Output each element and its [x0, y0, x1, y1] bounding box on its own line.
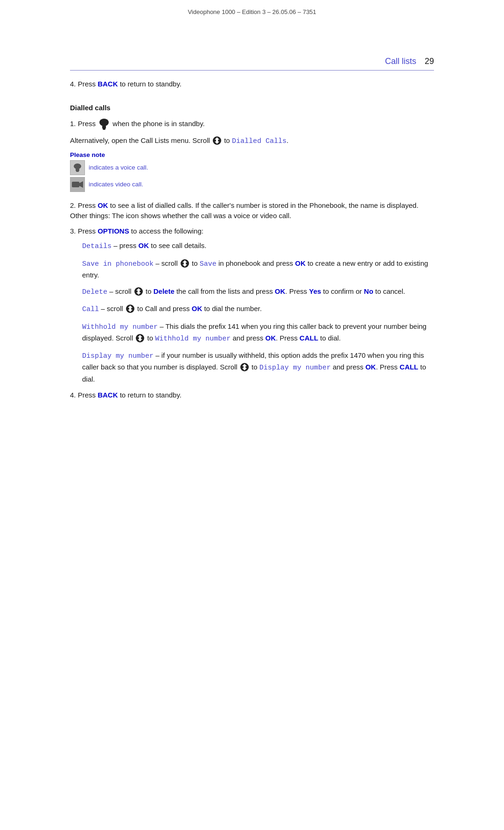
option-delete: Delete – scroll to Delete the call from … — [82, 286, 434, 298]
step-2: 2. Press OK to see a list of dialled cal… — [70, 200, 434, 221]
back-keyword-bottom: BACK — [98, 391, 118, 399]
step-3-content: 3. Press OPTIONS to access the following… — [70, 226, 434, 237]
ok-withhold: OK — [266, 334, 276, 342]
option-details: Details – press OK to see call details. — [82, 240, 434, 252]
back-keyword-top: BACK — [98, 80, 118, 88]
step-2-content: 2. Press OK to see a list of dialled cal… — [70, 200, 434, 221]
step-2-text: 2. Press OK to see a list of dialled cal… — [70, 201, 419, 220]
step-4-top-text: 4. Press BACK to return to standby. — [70, 80, 182, 88]
step-1-text: 1. Press when the phone is in standby. — [70, 120, 205, 128]
ok-keyword-1: OK — [98, 201, 108, 209]
option-display: Display my number – if your number is us… — [82, 350, 434, 384]
step-4-top: 4. Press BACK to return to standby. — [70, 79, 434, 90]
step-4-bottom: 4. Press BACK to return to standby. — [70, 390, 434, 401]
display-mono: Display my number — [82, 352, 154, 360]
video-call-icon — [70, 177, 85, 192]
scroll-icon-display — [239, 362, 250, 372]
ok-call: OK — [192, 305, 203, 312]
save-phonebook-mono: Save in phonebook — [82, 260, 154, 268]
options-keyword: OPTIONS — [98, 227, 129, 235]
scroll-icon-1 — [212, 135, 222, 146]
dialled-calls-mono: Dialled Calls — [232, 137, 287, 145]
svg-rect-10 — [72, 182, 79, 187]
note-video-row: indicates video call. — [70, 177, 434, 192]
svg-point-15 — [183, 262, 186, 264]
page-header: Videophone 1000 – Edition 3 – 26.05.06 –… — [70, 8, 434, 19]
option-call: Call – scroll to Call and press OK to di… — [82, 303, 434, 315]
withhold-mono-2: Withhold my number — [155, 335, 231, 343]
svg-point-31 — [243, 366, 245, 369]
scroll-icon-call — [125, 304, 135, 314]
scroll-icon-save — [180, 258, 190, 269]
option-withhold: Withhold my number – This dials the pref… — [82, 321, 434, 345]
section-header: Call lists 29 — [70, 57, 434, 71]
content-area: 4. Press BACK to return to standby. Dial… — [70, 79, 434, 400]
dialled-calls-title: Dialled calls — [70, 104, 111, 112]
header-text: Videophone 1000 – Edition 3 – 26.05.06 –… — [188, 8, 316, 15]
section-title: Call lists — [385, 57, 416, 66]
svg-rect-9 — [76, 170, 79, 172]
note-voice-row: indicates a voice call. — [70, 160, 434, 175]
voice-call-text: indicates a voice call. — [89, 164, 148, 171]
step-4-bottom-text: 4. Press BACK to return to standby. — [70, 391, 182, 399]
ok-details: OK — [139, 241, 149, 249]
details-mono: Details — [82, 242, 112, 250]
step-4-bottom-content: 4. Press BACK to return to standby. — [70, 390, 434, 401]
delete-mono: Delete — [82, 288, 107, 296]
svg-point-27 — [139, 337, 141, 339]
svg-point-0 — [99, 119, 109, 126]
withhold-mono: Withhold my number — [82, 323, 158, 331]
scroll-icon-delete — [133, 286, 144, 297]
save-mono: Save — [200, 260, 217, 268]
ok-delete: OK — [275, 287, 286, 295]
call-withhold: CALL — [300, 334, 318, 342]
no-keyword: No — [364, 287, 373, 295]
call-display: CALL — [399, 363, 418, 371]
display-mono-2: Display my number — [259, 364, 331, 372]
step-3: 3. Press OPTIONS to access the following… — [70, 226, 434, 237]
video-call-text: indicates video call. — [89, 181, 143, 188]
svg-point-6 — [216, 139, 218, 142]
ok-display: OK — [365, 363, 376, 371]
yes-keyword: Yes — [309, 287, 321, 295]
step-3-text: 3. Press OPTIONS to access the following… — [70, 227, 203, 235]
svg-point-19 — [137, 291, 140, 293]
please-note-label: Please note — [70, 151, 434, 158]
call-mono: Call — [82, 305, 99, 313]
delete-keyword: Delete — [154, 287, 175, 295]
step-1-alt: Alternatively, open the Call Lists menu.… — [70, 135, 434, 147]
step-4-top-content: 4. Press BACK to return to standby. — [70, 79, 434, 90]
ok-save: OK — [295, 259, 306, 267]
options-block: Details – press OK to see call details. … — [82, 240, 434, 384]
svg-point-23 — [129, 308, 131, 310]
scroll-icon-withhold — [135, 333, 145, 343]
voice-call-icon — [70, 160, 85, 175]
page-number: 29 — [425, 57, 434, 66]
svg-rect-2 — [103, 128, 105, 130]
step-1: 1. Press when the phone is in standby. A… — [70, 118, 434, 194]
step-1-content: 1. Press when the phone is in standby. A… — [70, 118, 434, 194]
svg-marker-11 — [79, 181, 83, 188]
phone-icon — [98, 118, 111, 131]
dialled-calls-heading: Dialled calls — [70, 104, 434, 112]
option-save: Save in phonebook – scroll to Save in ph… — [82, 258, 434, 281]
